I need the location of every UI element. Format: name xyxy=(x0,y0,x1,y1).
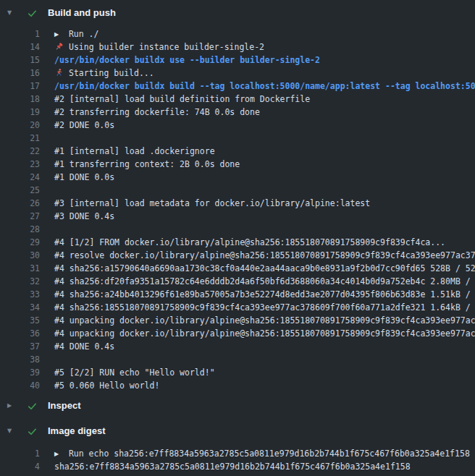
log-line-number[interactable]: 30 xyxy=(0,249,40,262)
log-line-number[interactable]: 23 xyxy=(0,158,40,171)
section-header-inspect[interactable]: ▶ Inspect xyxy=(0,396,475,416)
log-line-text: #4 sha256:df20fa9351a15782c64e6dddb2d4a6… xyxy=(54,275,475,288)
log-line-number[interactable]: 20 xyxy=(0,119,40,132)
log-line: 22#1 [internal] load .dockerignore xyxy=(0,145,475,158)
log-line-number[interactable]: 31 xyxy=(0,262,40,275)
log-line-number[interactable]: 25 xyxy=(0,184,40,197)
log-line-text: #1 transferring context: 2B 0.0s done xyxy=(54,158,240,171)
log-line: 40#5 0.060 Hello world! xyxy=(0,379,475,392)
log-line-number[interactable]: 17 xyxy=(0,80,40,93)
pushpin-icon xyxy=(54,42,64,51)
log-line-text: Using builder instance builder-single-2 xyxy=(54,41,264,54)
log-section-build-and-push: ▼ Build and push1▶ Run ./14 Using builde… xyxy=(0,3,475,392)
log-line: 37#4 DONE 0.4s xyxy=(0,340,475,353)
check-icon xyxy=(27,401,38,412)
actions-log-viewer: ▼ Build and push1▶ Run ./14 Using builde… xyxy=(0,0,475,476)
log-line: 20#2 DONE 0.0s xyxy=(0,119,475,132)
section-label: Build and push xyxy=(48,7,116,20)
log-line: 31#4 sha256:a15790640a6690aa1730c38cf0a4… xyxy=(0,262,475,275)
log-line-number[interactable]: 37 xyxy=(0,340,40,353)
log-line: 19#2 transferring dockerfile: 74B 0.0s d… xyxy=(0,106,475,119)
log-line-number[interactable]: 19 xyxy=(0,106,40,119)
log-line: 4sha256:e7ff8834a5963a2785c5a0811e979d16… xyxy=(0,460,475,473)
log-line-text: #5 0.060 Hello world! xyxy=(54,379,159,392)
chevron-down-icon: ▼ xyxy=(7,7,16,20)
log-line: 39#5 [2/2] RUN echo "Hello world!" xyxy=(0,366,475,379)
log-line: 29#4 [1/2] FROM docker.io/library/alpine… xyxy=(0,236,475,249)
log-line: 21 xyxy=(0,132,475,145)
log-line: 30#4 resolve docker.io/library/alpine@sh… xyxy=(0,249,475,262)
log-line-number[interactable]: 24 xyxy=(0,171,40,184)
log-line-number[interactable]: 4 xyxy=(0,460,40,473)
log-line: 23#1 transferring context: 2B 0.0s done xyxy=(0,158,475,171)
log-line-text: Starting build... xyxy=(54,67,154,80)
check-icon xyxy=(27,8,38,19)
log-line: 36#4 unpacking docker.io/library/alpine@… xyxy=(0,327,475,340)
chevron-right-icon: ▶ xyxy=(7,399,16,412)
log-line-number[interactable]: 15 xyxy=(0,54,40,67)
log-line-number[interactable]: 27 xyxy=(0,210,40,223)
log-line-text: sha256:e7ff8834a5963a2785c5a0811e979d16b… xyxy=(54,460,411,473)
runner-icon xyxy=(54,68,64,77)
log-line-number[interactable]: 36 xyxy=(0,327,40,340)
log-line-number[interactable]: 26 xyxy=(0,197,40,210)
log-line-text: /usr/bin/docker buildx use --builder bui… xyxy=(54,54,320,67)
log-line-number[interactable]: 1 xyxy=(0,447,40,460)
log-line-text: #1 [internal] load .dockerignore xyxy=(54,145,215,158)
section-lines-image-digest: 1▶ Run echo sha256:e7ff8834a5963a2785c5a… xyxy=(0,447,475,473)
log-line: 27#3 DONE 0.4s xyxy=(0,210,475,223)
log-line-number[interactable]: 18 xyxy=(0,93,40,106)
section-header-build-and-push[interactable]: ▼ Build and push xyxy=(0,3,475,23)
log-line: 28 xyxy=(0,223,475,236)
play-icon[interactable]: ▶ xyxy=(54,28,64,41)
log-section-image-digest: ▼ Image digest1▶ Run echo sha256:e7ff883… xyxy=(0,421,475,473)
log-line-number[interactable]: 1 xyxy=(0,27,40,41)
log-line-number[interactable]: 29 xyxy=(0,236,40,249)
log-line-text: #4 DONE 0.4s xyxy=(54,340,114,353)
log-line-text: #1 DONE 0.0s xyxy=(54,171,114,184)
log-line-number[interactable]: 16 xyxy=(0,67,40,80)
log-line: 32#4 sha256:df20fa9351a15782c64e6dddb2d4… xyxy=(0,275,475,288)
log-line-text: ▶ Run ./ xyxy=(54,27,98,41)
check-icon xyxy=(27,426,38,437)
log-line-text: #2 DONE 0.0s xyxy=(54,119,114,132)
log-line: 25 xyxy=(0,184,475,197)
log-line: 17/usr/bin/docker buildx build --tag loc… xyxy=(0,80,475,93)
log-line-text: /usr/bin/docker buildx build --tag local… xyxy=(54,80,475,93)
log-line-text: #4 unpacking docker.io/library/alpine@sh… xyxy=(54,314,475,327)
log-line-number[interactable]: 38 xyxy=(0,353,40,366)
log-line-number[interactable]: 40 xyxy=(0,379,40,392)
log-line-number[interactable]: 35 xyxy=(0,314,40,327)
log-line-number[interactable]: 21 xyxy=(0,132,40,145)
log-line-number[interactable]: 33 xyxy=(0,288,40,301)
log-line: 35#4 unpacking docker.io/library/alpine@… xyxy=(0,314,475,327)
play-icon[interactable]: ▶ xyxy=(54,448,64,460)
log-line: 34#4 sha256:185518070891758909c9f839cf4c… xyxy=(0,301,475,314)
log-line-text: #4 sha256:a15790640a6690aa1730c38cf0a440… xyxy=(54,262,475,275)
log-line-text: #4 [1/2] FROM docker.io/library/alpine@s… xyxy=(54,236,445,249)
section-label: Inspect xyxy=(48,399,81,412)
chevron-down-icon: ▼ xyxy=(7,425,16,438)
log-line-text: #4 sha256:185518070891758909c9f839cf4ca3… xyxy=(54,301,475,314)
log-line: 14 Using builder instance builder-single… xyxy=(0,41,475,54)
log-line: 33#4 sha256:a24bb4013296f61e89ba57005a7b… xyxy=(0,288,475,301)
log-line-number[interactable]: 39 xyxy=(0,366,40,379)
log-line-number[interactable]: 14 xyxy=(0,41,40,54)
log-line-text: #2 transferring dockerfile: 74B 0.0s don… xyxy=(54,106,260,119)
log-line: 18#2 [internal] load build definition fr… xyxy=(0,93,475,106)
log-line-number[interactable]: 32 xyxy=(0,275,40,288)
log-line: 1▶ Run ./ xyxy=(0,27,475,41)
log-line-text: ▶ Run echo sha256:e7ff8834a5963a2785c5a0… xyxy=(54,447,470,460)
log-line: 15/usr/bin/docker buildx use --builder b… xyxy=(0,54,475,67)
log-line: 24#1 DONE 0.0s xyxy=(0,171,475,184)
log-line-text: #4 resolve docker.io/library/alpine@sha2… xyxy=(54,249,475,262)
log-line-number[interactable]: 34 xyxy=(0,301,40,314)
log-line-number[interactable]: 28 xyxy=(0,223,40,236)
log-sections: ▼ Build and push1▶ Run ./14 Using builde… xyxy=(0,3,475,473)
log-line-text: #5 [2/2] RUN echo "Hello world!" xyxy=(54,366,215,379)
section-header-image-digest[interactable]: ▼ Image digest xyxy=(0,421,475,441)
log-line: 1▶ Run echo sha256:e7ff8834a5963a2785c5a… xyxy=(0,447,475,460)
log-line: 26#3 [internal] load metadata for docker… xyxy=(0,197,475,210)
log-line-number[interactable]: 22 xyxy=(0,145,40,158)
log-line: 38 xyxy=(0,353,475,366)
